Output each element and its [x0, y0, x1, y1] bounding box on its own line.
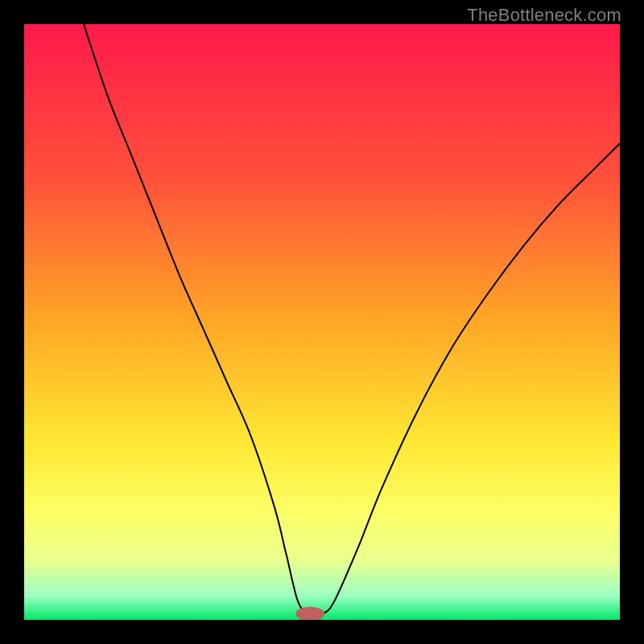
watermark-text: TheBottleneck.com	[467, 5, 621, 26]
plot-area	[24, 24, 620, 620]
chart-svg	[24, 24, 620, 620]
chart-frame: TheBottleneck.com	[0, 0, 644, 644]
